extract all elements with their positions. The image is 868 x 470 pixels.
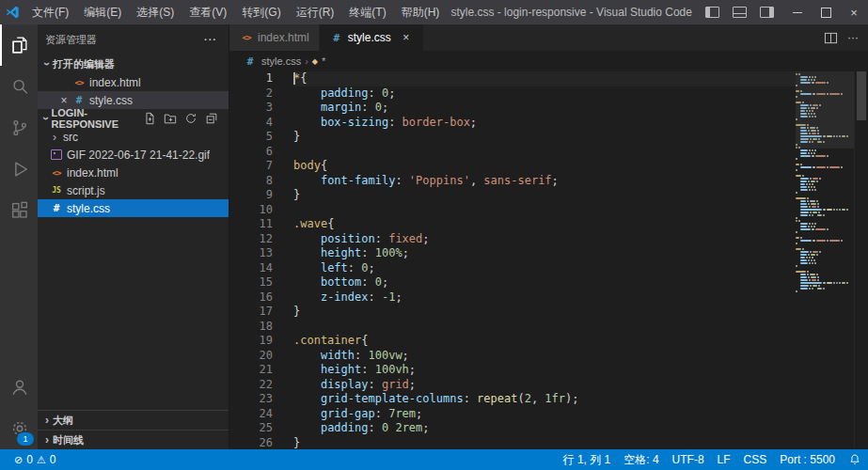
- outline-section-header[interactable]: › 大纲: [38, 410, 229, 430]
- window-controls: ×: [783, 0, 868, 24]
- menu-item-6[interactable]: 终端(T): [341, 0, 393, 24]
- problems-indicator[interactable]: ⊘ 0 ⚠ 0: [8, 453, 62, 466]
- breadcrumb-separator-icon: ›: [305, 55, 308, 67]
- settings-gear-icon[interactable]: 1: [0, 408, 38, 449]
- live-server-port[interactable]: Port : 5500: [773, 449, 842, 470]
- window-title: style.css - login-responsive - Visual St…: [447, 6, 696, 19]
- language-mode[interactable]: CSS: [737, 449, 774, 470]
- line-number: 12: [229, 232, 273, 247]
- line-number: 9: [229, 188, 273, 203]
- tab-style-css[interactable]: #style.css×: [320, 24, 424, 51]
- js-file-icon: JS: [49, 186, 64, 195]
- code-line-19: .container{: [293, 334, 796, 349]
- code-line-14: left: 0;: [293, 261, 796, 276]
- menu-bar: 文件(F)编辑(E)选择(S)查看(V)转到(G)运行(R)终端(T)帮助(H): [24, 0, 447, 24]
- search-icon[interactable]: [0, 66, 38, 107]
- extensions-icon[interactable]: [0, 190, 38, 231]
- project-folder-header[interactable]: › LOGIN-RESPONSIVE: [38, 109, 229, 128]
- source-control-icon[interactable]: [0, 107, 38, 149]
- code-line-22: display: grid;: [293, 378, 796, 393]
- code-line-17: }: [293, 305, 796, 320]
- open-editors-list: <>index.html×#style.css: [38, 73, 229, 109]
- code-region[interactable]: 1234567891011121314151617181920212223242…: [229, 71, 868, 449]
- vertical-scrollbar[interactable]: [854, 71, 868, 449]
- code-line-15: bottom: 0;: [293, 275, 796, 290]
- menu-item-3[interactable]: 查看(V): [181, 0, 234, 24]
- minimize-button[interactable]: [783, 0, 812, 24]
- indentation-setting[interactable]: 空格: 4: [617, 449, 665, 470]
- tree-item-gif-2022-06-17-21-41-22-gif[interactable]: GIF 2022-06-17 21-41-22.gif: [38, 146, 229, 164]
- menu-item-2[interactable]: 选择(S): [129, 0, 181, 24]
- warning-count: 0: [50, 453, 56, 466]
- sidebar-title-row: 资源管理器 ···: [38, 24, 229, 55]
- refresh-icon[interactable]: [183, 111, 198, 126]
- minimap[interactable]: [796, 71, 854, 449]
- editor-actions: ···: [824, 24, 868, 51]
- css-file-icon: #: [243, 55, 258, 68]
- open-editor-index-html[interactable]: <>index.html: [38, 73, 229, 91]
- activity-bar: 1: [0, 24, 38, 449]
- cursor-position[interactable]: 行 1, 列 1: [557, 449, 618, 470]
- code-line-24: grid-gap: 7rem;: [293, 407, 796, 422]
- explorer-icon[interactable]: [0, 24, 38, 66]
- error-icon: ⊘: [14, 454, 23, 466]
- close-tab-icon[interactable]: ×: [399, 31, 414, 44]
- menu-item-0[interactable]: 文件(F): [24, 0, 76, 24]
- breadcrumb-file[interactable]: style.css: [261, 55, 301, 67]
- line-number: 10: [229, 203, 273, 218]
- tree-item-src[interactable]: ›src: [38, 128, 229, 146]
- views-more-actions-icon[interactable]: ···: [200, 34, 221, 45]
- line-number: 25: [229, 421, 273, 436]
- chevron-right-icon: ›: [41, 433, 53, 446]
- menu-item-5[interactable]: 运行(R): [289, 0, 342, 24]
- encoding-setting[interactable]: UTF-8: [666, 449, 711, 470]
- code-line-6: [293, 145, 796, 160]
- file-label: style.css: [67, 202, 110, 215]
- toggle-secondary-sidebar-icon[interactable]: [760, 7, 774, 18]
- close-window-button[interactable]: ×: [840, 0, 868, 24]
- timeline-section-header[interactable]: › 时间线: [38, 430, 229, 449]
- code-line-11: .wave{: [293, 217, 796, 232]
- toggle-sidebar-icon[interactable]: [705, 7, 719, 18]
- menu-item-4[interactable]: 转到(G): [234, 0, 288, 24]
- sidebar-title: 资源管理器: [45, 33, 97, 47]
- new-folder-icon[interactable]: [163, 111, 178, 126]
- line-number: 24: [229, 407, 273, 422]
- vscode-window: 文件(F)编辑(E)选择(S)查看(V)转到(G)运行(R)终端(T)帮助(H)…: [0, 0, 868, 470]
- editor-more-actions-icon[interactable]: ···: [847, 31, 859, 44]
- notifications-bell-icon[interactable]: [842, 449, 868, 470]
- split-editor-icon[interactable]: [824, 31, 838, 45]
- breadcrumb-symbol[interactable]: *: [322, 55, 325, 67]
- file-label: script.js: [67, 184, 105, 197]
- scrollbar-thumb[interactable]: [857, 71, 866, 120]
- minimap-slider[interactable]: [796, 71, 854, 149]
- menu-item-1[interactable]: 编辑(E): [76, 0, 129, 24]
- eol-setting[interactable]: LF: [711, 449, 737, 470]
- chevron-right-icon: ›: [49, 131, 60, 144]
- run-debug-icon[interactable]: [0, 149, 38, 190]
- line-number: 5: [229, 130, 273, 145]
- code-line-16: z-index: -1;: [293, 290, 796, 306]
- new-file-icon[interactable]: [142, 111, 157, 126]
- code-line-21: height: 100vh;: [293, 363, 796, 378]
- tab-index-html[interactable]: <>index.html: [229, 24, 320, 51]
- tree-item-style-css[interactable]: #style.css: [38, 199, 229, 217]
- explorer-actions: [142, 111, 225, 126]
- collapse-all-icon[interactable]: [204, 111, 219, 126]
- tree-item-script-js[interactable]: JSscript.js: [38, 181, 229, 199]
- menu-item-7[interactable]: 帮助(H): [394, 0, 448, 24]
- image-file-icon: [49, 149, 64, 160]
- css-file-icon: #: [49, 202, 64, 214]
- toggle-panel-icon[interactable]: [733, 7, 747, 18]
- maximize-button[interactable]: [812, 0, 840, 24]
- open-editors-header[interactable]: › 打开的编辑器: [38, 55, 229, 73]
- account-icon[interactable]: [0, 367, 38, 408]
- code-content[interactable]: *{ padding: 0; margin: 0; box-sizing: bo…: [284, 71, 796, 449]
- line-number: 13: [229, 246, 273, 261]
- breadcrumb: # style.css › ◆ *: [229, 51, 868, 71]
- close-editor-icon[interactable]: ×: [56, 94, 71, 107]
- tree-item-index-html[interactable]: <>index.html: [38, 164, 229, 181]
- code-line-23: grid-template-columns: repeat(2, 1fr);: [293, 392, 796, 407]
- tab-bar: <>index.html#style.css×: [229, 24, 424, 51]
- error-count: 0: [26, 453, 33, 466]
